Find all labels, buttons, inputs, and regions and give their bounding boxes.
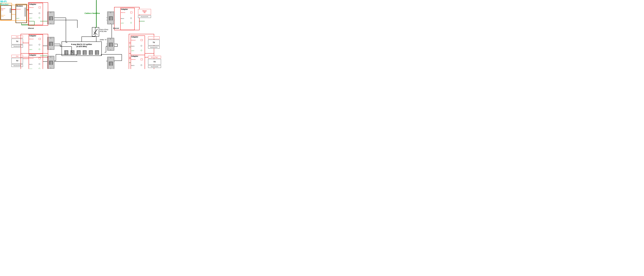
adapter-mid-ethernet-label: Ethernet xyxy=(29,38,34,40)
adapter-br-moca-label: MoCA xyxy=(131,65,134,66)
poe-filter-label: Point of Entry(POE) filter xyxy=(100,29,108,32)
adapter-mid-right: Adapter Ethernet MoCA CATV xyxy=(131,35,145,58)
adapter-tr-moca-label: MoCA xyxy=(121,18,124,19)
receiver-dvr-mid-left: Receiver/DVR xyxy=(12,45,23,47)
smart-tv-label: SmartTV xyxy=(138,9,151,15)
adapter-bot-moca-label: MoCA xyxy=(29,64,32,65)
adapter-top-left: Adapter Ethernet MoCA CATV xyxy=(29,3,43,25)
adapter-top-ethernet-label: Ethernet xyxy=(29,7,34,8)
splitter-port-1 xyxy=(64,50,68,55)
adapter-mid-moca-label: MoCA xyxy=(29,44,32,46)
splitter-label: 6-way MoCA 2.0 splitter (5-1675 MHz) xyxy=(62,43,102,47)
xbox-label: Xbox xyxy=(12,55,23,57)
receiver-dvr-bot-left: Receiver/DVR xyxy=(12,64,23,67)
splitter-port-6 xyxy=(95,50,99,55)
adapter-top-catv-label: CATV xyxy=(29,17,32,19)
svg-line-28 xyxy=(94,29,98,35)
adapter-bot-catv-label: CATV xyxy=(29,68,32,69)
adapter-br-ethernet-label: Ethernet xyxy=(131,59,136,60)
modem-catv-label: CATV xyxy=(16,18,19,19)
wifi-router-box: EthernetLAN EthernetWAN xyxy=(0,5,12,20)
adapter-mr-ethernet-label: Ethernet xyxy=(131,39,136,41)
wifi-router-title: Wi-Fi Router xyxy=(0,0,8,6)
wall-plate-mid-left xyxy=(47,37,54,50)
tv-mid-left: TV xyxy=(12,39,23,44)
roku-label: Roku xyxy=(12,35,23,38)
poe-filter xyxy=(92,27,99,36)
wall-plate-top-right xyxy=(107,11,114,24)
modem-ethernet-label: Ethernet xyxy=(16,8,21,10)
modem-box: Modem Ethernet CATV xyxy=(16,4,27,23)
tv-bot-right: TV xyxy=(148,59,161,65)
adapter-top-right: Adapter Ethernet MoCA CATV xyxy=(120,8,135,30)
modem-title: Modem xyxy=(16,5,23,7)
splitter-box: 6-way MoCA 2.0 splitter (5-1675 MHz) xyxy=(62,41,102,56)
adapter-bot-left-title: Adapter xyxy=(29,54,36,56)
adapter-mid-left-title: Adapter xyxy=(29,35,36,37)
receiver-dvr-mid-right: Receiver/DVR xyxy=(148,46,160,48)
adapter-mid-catv-label: CATV xyxy=(29,49,32,50)
wall-plate-mid-right xyxy=(107,38,114,51)
pc-label: PC xyxy=(148,36,160,39)
wall-plate-top-left xyxy=(47,11,54,24)
bluray-label: Blu-ray Player xyxy=(148,56,161,58)
adapter-tr-catv-label: CATV xyxy=(121,22,124,24)
adapter-mr-catv-label: CATV xyxy=(131,50,134,51)
splitter-port-2 xyxy=(70,50,74,55)
receiver-dvr-bot-right: Receiver/DVR xyxy=(148,65,161,68)
adapter-bot-right: Adapter Ethernet MoCA CATV xyxy=(131,55,145,69)
adapter-mr-moca-label: MoCA xyxy=(131,45,134,47)
adapter-mid-right-title: Adapter xyxy=(131,36,138,38)
splitter-port-4 xyxy=(83,50,87,55)
cableco-line xyxy=(96,0,97,29)
receiver-dvr-top-right: Receiver/DVR xyxy=(138,15,151,18)
adapter-tr-ethernet-label: Ethernet xyxy=(121,12,125,13)
adapter-bot-left: Adapter Ethernet MoCA CATV xyxy=(29,54,43,69)
network-diagram: Wi-Fi Router EthernetLAN EthernetWAN Mod… xyxy=(0,0,161,69)
adapter-top-moca-label: MoCA xyxy=(29,13,32,14)
wall-plate-bot-right xyxy=(107,57,114,69)
ethernet-top-right-wallplate: Ethernet xyxy=(113,27,119,29)
adapter-top-left-title: Adapter xyxy=(29,3,36,5)
wall-plate-bot-left xyxy=(47,56,54,69)
wifi-label: Wi-Fi xyxy=(0,0,6,3)
adapter-bot-right-title: Adapter xyxy=(131,55,138,57)
adapter-top-right-title: Adapter xyxy=(121,8,128,10)
splitter-port-5 xyxy=(89,50,93,55)
tv-bot-left: TV xyxy=(12,58,23,64)
ethernet-top-left-wallplate: Ethernet xyxy=(28,27,34,29)
tv-mid-right: TV xyxy=(148,40,160,45)
poe-symbol xyxy=(92,27,99,36)
ethernet-wan-label: EthernetWAN xyxy=(1,14,5,17)
ethernet-lan-label: EthernetLAN xyxy=(1,8,5,10)
svg-line-29 xyxy=(94,32,98,35)
adapter-bot-ethernet-label: Ethernet xyxy=(29,58,34,59)
cableco-feed-label: Cableco feed line xyxy=(84,12,100,14)
adapter-mid-left: Adapter Ethernet MoCA CATV xyxy=(29,34,43,56)
splitter-port-3 xyxy=(77,50,81,55)
